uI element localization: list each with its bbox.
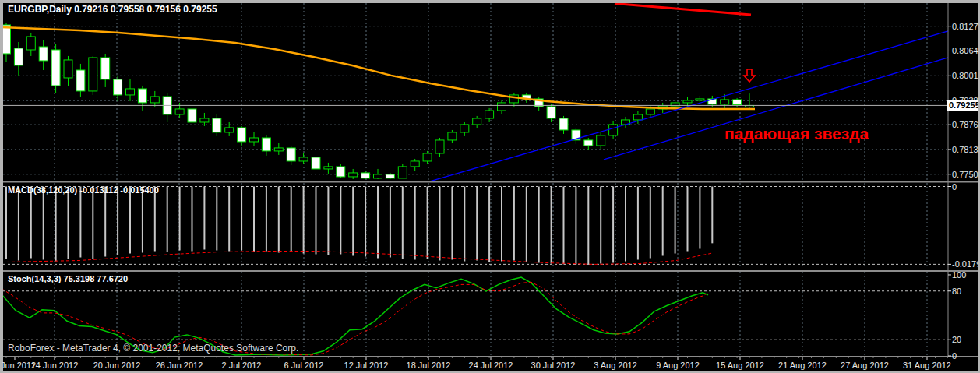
date-axis-label: 27 Aug 2012 [841, 361, 889, 370]
date-axis-label: 26 Jun 2012 [156, 361, 203, 370]
macd-axis-label: 0 [952, 182, 957, 192]
date-axis-label: 3 Aug 2012 [594, 361, 637, 370]
date-axis-label: 20 Jun 2012 [93, 361, 141, 370]
stoch-axis-label: 20 [952, 335, 961, 344]
date-axis-label: 6 Jul 2012 [284, 361, 324, 370]
date-axis-label: 18 Jul 2012 [407, 361, 451, 370]
stoch-axis-label: 80 [952, 287, 961, 296]
date-axis-label: 21 Aug 2012 [778, 361, 827, 370]
chart-canvas[interactable] [2, 2, 980, 373]
date-axis-label: 31 Aug 2012 [903, 361, 951, 370]
date-axis-label: 12 Jul 2012 [344, 361, 389, 370]
date-axis-label: 2 Jul 2012 [222, 361, 262, 370]
mt4-chart-window: 0.812700.806400.800100.793800.787650.781… [0, 0, 980, 373]
date-axis-label: 14 Jun 2012 [31, 361, 79, 370]
price-axis-label: 0.79380 [952, 96, 980, 105]
price-axis-label: 0.80010 [952, 71, 980, 80]
price-axis-label: 0.78765 [952, 120, 980, 129]
price-axis-label: 0.77505 [952, 170, 980, 179]
date-axis-label: 30 Jul 2012 [531, 361, 576, 370]
date-axis-label: 9 Aug 2012 [656, 361, 700, 370]
panel-separator-2 [2, 270, 980, 272]
price-axis-label: 0.78135 [952, 145, 980, 154]
stoch-axis-label: 100 [952, 270, 966, 280]
stoch-axis-label: 0 [952, 351, 957, 361]
date-axis-label: 15 Aug 2012 [716, 361, 764, 370]
panel-separator-1 [2, 181, 980, 183]
price-axis-label: 0.80640 [952, 46, 980, 55]
date-axis-label: 24 Jul 2012 [469, 361, 513, 370]
macd-axis-label: -0.01798 [952, 259, 980, 269]
price-axis-label: 0.81270 [952, 22, 980, 31]
